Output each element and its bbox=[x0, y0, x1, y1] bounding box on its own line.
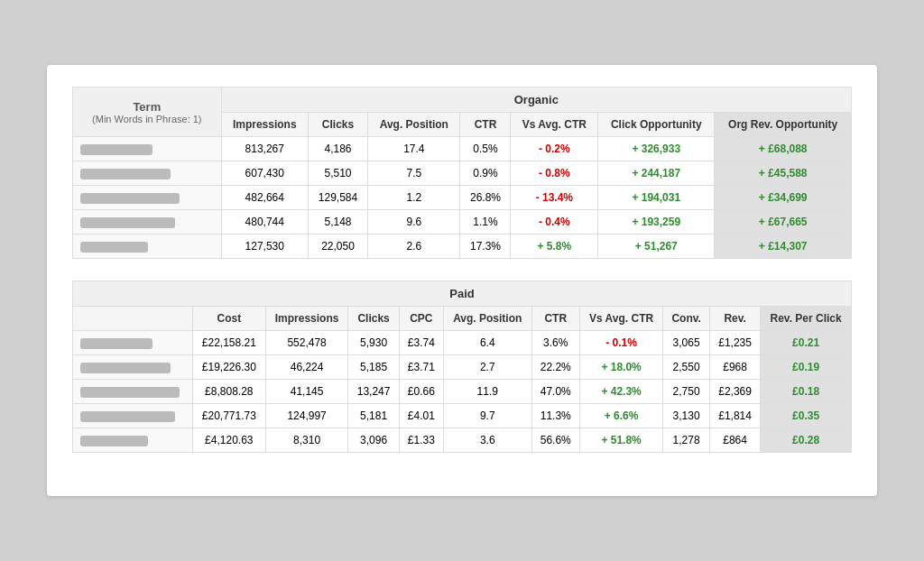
cell-conv: 3,065 bbox=[663, 331, 710, 355]
cell-rev: £1,235 bbox=[710, 331, 761, 355]
cell-vs-avg-ctr: - 0.2% bbox=[511, 137, 598, 161]
cell-cpc: £4.01 bbox=[399, 404, 443, 428]
cell-avg-position: 7.5 bbox=[368, 161, 460, 186]
col-rev: Rev. bbox=[710, 307, 761, 331]
cell-rev: £1,814 bbox=[710, 404, 761, 428]
cell-ctr: 0.9% bbox=[460, 161, 511, 186]
cell-avg-position: 2.6 bbox=[368, 235, 460, 259]
cell-impressions-paid: 124,997 bbox=[265, 404, 348, 428]
cell-vs-avg-ctr-paid: + 51.8% bbox=[579, 428, 662, 453]
cell-cpc: £3.74 bbox=[399, 331, 443, 355]
cell-ctr-paid: 3.6% bbox=[531, 331, 579, 355]
cell-rev-per-click: £0.18 bbox=[761, 380, 852, 404]
cell-vs-avg-ctr-paid: + 42.3% bbox=[579, 380, 662, 404]
cell-cost: £8,808.28 bbox=[192, 380, 265, 404]
col-avg-position-organic: Avg. Position bbox=[368, 113, 460, 137]
cell-clicks-paid: 5,185 bbox=[348, 355, 399, 380]
cell-avg-position: 1.2 bbox=[368, 186, 460, 210]
col-cost: Cost bbox=[192, 307, 265, 331]
cell-impressions: 482,664 bbox=[221, 186, 308, 210]
cell-vs-avg-ctr: - 13.4% bbox=[511, 186, 598, 210]
paid-rows: £22,158.21 552,478 5,930 £3.74 6.4 3.6% … bbox=[73, 331, 852, 453]
paid-row: £19,226.30 46,224 5,185 £3.71 2.7 22.2% … bbox=[73, 355, 852, 380]
cell-cpc: £1.33 bbox=[399, 428, 443, 453]
term-blurred-cell-paid bbox=[73, 331, 193, 355]
col-ctr-paid: CTR bbox=[531, 307, 579, 331]
cell-org-rev-opp: + £34,699 bbox=[715, 186, 852, 210]
cell-cost: £19,226.30 bbox=[192, 355, 265, 380]
cell-click-opp: + 194,031 bbox=[598, 186, 715, 210]
cell-impressions: 607,430 bbox=[221, 161, 308, 186]
cell-impressions: 127,530 bbox=[221, 235, 308, 259]
cell-cpc: £3.71 bbox=[399, 355, 443, 380]
cell-rev-per-click: £0.19 bbox=[761, 355, 852, 380]
cell-vs-avg-ctr-paid: + 6.6% bbox=[579, 404, 662, 428]
cell-avg-position: 17.4 bbox=[368, 137, 460, 161]
col-cpc: CPC bbox=[399, 307, 443, 331]
cell-rev-per-click: £0.28 bbox=[761, 428, 852, 453]
cell-conv: 2,750 bbox=[663, 380, 710, 404]
cell-rev: £2,369 bbox=[710, 380, 761, 404]
organic-row: 482,664 129,584 1.2 26.8% - 13.4% + 194,… bbox=[73, 186, 852, 210]
cell-impressions-paid: 8,310 bbox=[265, 428, 348, 453]
organic-title: Organic bbox=[221, 87, 851, 113]
col-avg-position-paid: Avg. Position bbox=[443, 307, 531, 331]
cell-vs-avg-ctr: + 5.8% bbox=[511, 235, 598, 259]
cell-cost: £20,771.73 bbox=[192, 404, 265, 428]
cell-cost: £4,120.63 bbox=[192, 428, 265, 453]
paid-row: £20,771.73 124,997 5,181 £4.01 9.7 11.3%… bbox=[73, 404, 852, 428]
paid-row: £22,158.21 552,478 5,930 £3.74 6.4 3.6% … bbox=[73, 331, 852, 355]
organic-table: Term (Min Words in Phrase: 1) Organic Im… bbox=[72, 87, 852, 259]
organic-section-header: Term (Min Words in Phrase: 1) Organic bbox=[73, 87, 852, 113]
cell-impressions-paid: 552,478 bbox=[265, 331, 348, 355]
cell-ctr: 0.5% bbox=[460, 137, 511, 161]
cell-avg-position: 9.6 bbox=[368, 210, 460, 235]
cell-vs-avg-ctr-paid: + 18.0% bbox=[579, 355, 662, 380]
cell-clicks: 5,148 bbox=[308, 210, 367, 235]
cell-clicks: 22,050 bbox=[308, 235, 367, 259]
cell-ctr-paid: 22.2% bbox=[531, 355, 579, 380]
cell-impressions: 480,744 bbox=[221, 210, 308, 235]
cell-impressions-paid: 46,224 bbox=[265, 355, 348, 380]
term-blurred-cell-paid bbox=[73, 380, 193, 404]
col-conv: Conv. bbox=[663, 307, 710, 331]
term-blurred-cell bbox=[73, 161, 222, 186]
term-label: Term bbox=[80, 100, 214, 114]
cell-avg-position-paid: 9.7 bbox=[443, 404, 531, 428]
cell-rev: £968 bbox=[710, 355, 761, 380]
cell-ctr: 26.8% bbox=[460, 186, 511, 210]
cell-org-rev-opp: + £45,588 bbox=[715, 161, 852, 186]
cell-ctr-paid: 11.3% bbox=[531, 404, 579, 428]
organic-row: 607,430 5,510 7.5 0.9% - 0.8% + 244,187 … bbox=[73, 161, 852, 186]
cell-vs-avg-ctr-paid: - 0.1% bbox=[579, 331, 662, 355]
paid-col-headers: Cost Impressions Clicks CPC Avg. Positio… bbox=[73, 307, 852, 331]
paid-section-header: Paid bbox=[73, 281, 852, 307]
cell-ctr-paid: 47.0% bbox=[531, 380, 579, 404]
col-impressions-organic: Impressions bbox=[221, 113, 308, 137]
col-impressions-paid: Impressions bbox=[265, 307, 348, 331]
cell-clicks-paid: 5,930 bbox=[348, 331, 399, 355]
cell-impressions-paid: 41,145 bbox=[265, 380, 348, 404]
term-blurred-cell-paid bbox=[73, 404, 193, 428]
term-blurred-cell-paid bbox=[73, 428, 193, 453]
cell-clicks: 4,186 bbox=[308, 137, 367, 161]
cell-vs-avg-ctr: - 0.8% bbox=[511, 161, 598, 186]
cell-clicks: 5,510 bbox=[308, 161, 367, 186]
cell-click-opp: + 326,933 bbox=[598, 137, 715, 161]
paid-row: £8,808.28 41,145 13,247 £0.66 11.9 47.0%… bbox=[73, 380, 852, 404]
cell-avg-position-paid: 6.4 bbox=[443, 331, 531, 355]
cell-ctr: 1.1% bbox=[460, 210, 511, 235]
cell-clicks-paid: 5,181 bbox=[348, 404, 399, 428]
cell-rev-per-click: £0.35 bbox=[761, 404, 852, 428]
cell-click-opp: + 51,267 bbox=[598, 235, 715, 259]
col-org-rev-opp: Org Rev. Opportunity bbox=[715, 113, 852, 137]
organic-row: 127,530 22,050 2.6 17.3% + 5.8% + 51,267… bbox=[73, 235, 852, 259]
cell-vs-avg-ctr: - 0.4% bbox=[511, 210, 598, 235]
cell-conv: 1,278 bbox=[663, 428, 710, 453]
col-clicks-organic: Clicks bbox=[308, 113, 367, 137]
col-vs-avg-ctr-paid: Vs Avg. CTR bbox=[579, 307, 662, 331]
cell-org-rev-opp: + £68,088 bbox=[715, 137, 852, 161]
col-click-opp: Click Opportunity bbox=[598, 113, 715, 137]
term-blurred-cell-paid bbox=[73, 355, 193, 380]
cell-cpc: £0.66 bbox=[399, 380, 443, 404]
